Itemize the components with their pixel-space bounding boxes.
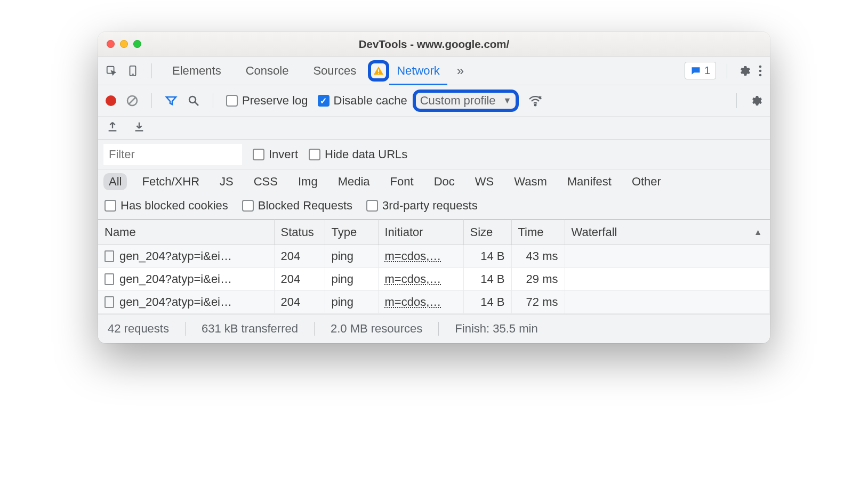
invert-label: Invert bbox=[269, 148, 298, 161]
throttling-value: Custom profile bbox=[420, 94, 496, 108]
document-icon bbox=[105, 273, 114, 285]
filter-icon[interactable] bbox=[165, 94, 178, 107]
request-type: ping bbox=[325, 291, 378, 314]
clear-icon[interactable] bbox=[126, 94, 139, 107]
warning-highlight bbox=[368, 60, 389, 82]
svg-rect-3 bbox=[378, 69, 379, 72]
table-row[interactable]: gen_204?atyp=i&ei…204pingm=cdos,…14 B43 … bbox=[98, 245, 770, 268]
maximize-window-button[interactable] bbox=[133, 40, 141, 48]
type-other[interactable]: Other bbox=[626, 173, 666, 190]
preserve-log-label: Preserve log bbox=[242, 94, 308, 108]
table-row[interactable]: gen_204?atyp=i&ei…204pingm=cdos,…14 B29 … bbox=[98, 268, 770, 291]
request-name: gen_204?atyp=i&ei… bbox=[119, 272, 232, 286]
blocked-requests-label: Blocked Requests bbox=[258, 199, 352, 213]
status-requests: 42 requests bbox=[108, 322, 169, 336]
settings-icon[interactable] bbox=[738, 64, 751, 77]
type-js[interactable]: JS bbox=[214, 173, 239, 190]
col-size[interactable]: Size bbox=[463, 220, 511, 245]
col-type[interactable]: Type bbox=[325, 220, 378, 245]
tab-network[interactable]: Network bbox=[389, 56, 447, 85]
type-wasm[interactable]: Wasm bbox=[509, 173, 552, 190]
col-initiator[interactable]: Initiator bbox=[378, 220, 463, 245]
type-doc[interactable]: Doc bbox=[429, 173, 460, 190]
export-har-icon[interactable] bbox=[107, 121, 118, 135]
close-window-button[interactable] bbox=[107, 40, 115, 48]
messages-count: 1 bbox=[704, 64, 710, 77]
invert-toggle[interactable]: Invert bbox=[253, 148, 298, 161]
dropdown-caret-icon: ▼ bbox=[503, 96, 512, 106]
checkbox-empty[interactable] bbox=[309, 149, 320, 160]
type-all[interactable]: All bbox=[103, 173, 127, 190]
type-font[interactable]: Font bbox=[385, 173, 419, 190]
disable-cache-toggle[interactable]: ✓ Disable cache bbox=[318, 94, 407, 108]
more-tabs-icon[interactable]: » bbox=[457, 63, 464, 78]
checkbox-empty[interactable] bbox=[226, 95, 238, 107]
checkbox-empty[interactable] bbox=[242, 200, 254, 212]
table-row[interactable]: gen_204?atyp=i&ei…204pingm=cdos,…14 B72 … bbox=[98, 291, 770, 314]
preserve-log-toggle[interactable]: Preserve log bbox=[226, 94, 308, 108]
type-media[interactable]: Media bbox=[333, 173, 375, 190]
warning-icon bbox=[373, 65, 384, 77]
col-waterfall-label: Waterfall bbox=[572, 225, 617, 239]
request-initiator[interactable]: m=cdos,… bbox=[385, 295, 441, 309]
throttling-select[interactable]: Custom profile ▼ bbox=[413, 90, 519, 112]
tab-label: Console bbox=[246, 64, 289, 78]
type-img[interactable]: Img bbox=[293, 173, 323, 190]
request-type: ping bbox=[325, 268, 378, 291]
request-initiator[interactable]: m=cdos,… bbox=[385, 272, 441, 286]
hide-data-urls-toggle[interactable]: Hide data URLs bbox=[309, 148, 407, 161]
checkbox-empty[interactable] bbox=[366, 200, 378, 212]
checkbox-empty[interactable] bbox=[253, 149, 264, 160]
type-fetch-xhr[interactable]: Fetch/XHR bbox=[136, 173, 205, 190]
divider bbox=[438, 322, 439, 336]
devtools-window: DevTools - www.google.com/ Elements Cons… bbox=[98, 32, 770, 343]
messages-chip[interactable]: 1 bbox=[685, 62, 716, 79]
request-time: 43 ms bbox=[511, 245, 565, 268]
col-status[interactable]: Status bbox=[274, 220, 325, 245]
device-toggle-icon[interactable] bbox=[127, 64, 139, 77]
kebab-menu-icon[interactable] bbox=[758, 64, 762, 77]
type-css[interactable]: CSS bbox=[248, 173, 283, 190]
import-har-icon[interactable] bbox=[133, 121, 145, 135]
checkbox-checked[interactable]: ✓ bbox=[318, 95, 329, 107]
network-settings-icon[interactable] bbox=[750, 94, 762, 107]
resource-type-filter: All Fetch/XHR JS CSS Img Media Font Doc … bbox=[98, 170, 770, 194]
window-title: DevTools - www.google.com/ bbox=[98, 38, 770, 51]
minimize-window-button[interactable] bbox=[120, 40, 128, 48]
sort-indicator-icon: ▲ bbox=[754, 228, 762, 237]
svg-point-7 bbox=[759, 74, 762, 76]
record-button[interactable] bbox=[106, 95, 116, 106]
message-icon bbox=[690, 66, 701, 76]
disable-cache-label: Disable cache bbox=[334, 94, 407, 108]
request-size: 14 B bbox=[463, 291, 511, 314]
tab-elements[interactable]: Elements bbox=[165, 56, 229, 85]
type-ws[interactable]: WS bbox=[470, 173, 499, 190]
request-type: ping bbox=[325, 245, 378, 268]
har-row bbox=[98, 117, 770, 140]
request-initiator[interactable]: m=cdos,… bbox=[385, 249, 441, 263]
request-status: 204 bbox=[274, 245, 325, 268]
inspect-element-icon[interactable] bbox=[106, 65, 117, 77]
tab-console[interactable]: Console bbox=[238, 56, 296, 85]
col-name[interactable]: Name bbox=[98, 220, 274, 245]
request-size: 14 B bbox=[463, 268, 511, 291]
blocked-requests-toggle[interactable]: Blocked Requests bbox=[242, 199, 352, 213]
col-waterfall[interactable]: Waterfall▲ bbox=[565, 220, 770, 245]
request-name-cell: gen_204?atyp=i&ei… bbox=[105, 295, 268, 309]
request-waterfall bbox=[565, 245, 770, 268]
tab-sources[interactable]: Sources bbox=[306, 56, 364, 85]
window-controls bbox=[107, 40, 141, 48]
divider bbox=[727, 63, 727, 78]
col-time[interactable]: Time bbox=[511, 220, 565, 245]
status-resources: 2.0 MB resources bbox=[331, 322, 422, 336]
type-manifest[interactable]: Manifest bbox=[562, 173, 617, 190]
network-conditions-icon[interactable] bbox=[528, 94, 542, 107]
third-party-toggle[interactable]: 3rd-party requests bbox=[366, 199, 478, 213]
search-icon[interactable] bbox=[187, 94, 200, 107]
tab-label: Elements bbox=[172, 64, 221, 78]
checkbox-empty[interactable] bbox=[105, 200, 116, 212]
filter-input[interactable] bbox=[103, 144, 242, 165]
document-icon bbox=[105, 296, 114, 308]
blocked-cookies-toggle[interactable]: Has blocked cookies bbox=[105, 199, 228, 213]
request-status: 204 bbox=[274, 268, 325, 291]
